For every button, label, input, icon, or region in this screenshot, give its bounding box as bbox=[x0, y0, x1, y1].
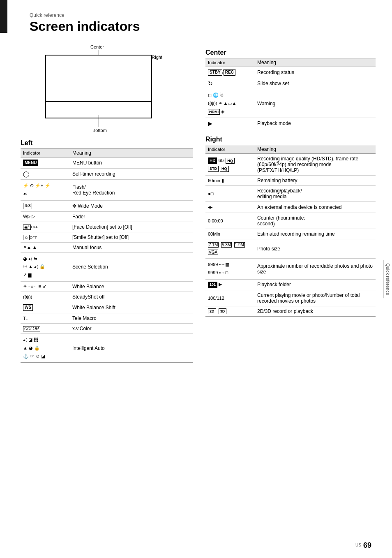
indicator-flash: ⚡ ⊙ ⚡+ ⚡–☙ bbox=[21, 180, 70, 201]
indicator-white-balance: ☀ -☼- ◾↙ bbox=[21, 281, 70, 292]
right-table: Indicator Meaning HD 60i HQ STD HQ Recor… bbox=[205, 145, 376, 317]
indicator-playback-mode: ▶ bbox=[205, 118, 255, 129]
indicator-external-media: ↞ bbox=[205, 202, 255, 213]
black-bar bbox=[0, 0, 7, 33]
table-row: ☀ -☼- ◾↙ White Balance bbox=[21, 281, 193, 292]
table-row: ☺OFF [Smile Shutter] set to [Off] bbox=[21, 232, 193, 242]
page-number: 69 bbox=[363, 541, 371, 550]
indicator-media: ●□ bbox=[205, 186, 255, 202]
table-row: ⚭▲ ▲ Manual focus bbox=[21, 242, 193, 252]
screen-diagram: Center Left Right Bottom bbox=[21, 42, 177, 133]
diagram-label-center: Center bbox=[90, 44, 104, 49]
center-section-title: Center bbox=[205, 49, 376, 56]
page-title: Screen indicators bbox=[30, 19, 376, 34]
indicator-warning: ◻ 🌐 ☃ ((ψ)) ⚭ ▲▭▲ HDMI ◈ bbox=[205, 89, 255, 118]
left-col-meaning: Meaning bbox=[70, 149, 193, 157]
table-row: MENU MENU button bbox=[21, 157, 193, 169]
table-row: ((ψ)) SteadyShot off bbox=[21, 292, 193, 302]
center-col-indicator: Indicator bbox=[205, 58, 255, 67]
right-column: Center Indicator Meaning STBY/REC Record… bbox=[205, 42, 376, 322]
diagram-screen bbox=[45, 55, 152, 118]
table-row: W▷ ▷ Fader bbox=[21, 211, 193, 222]
indicator-playback-folder: 101 ▶ bbox=[205, 279, 255, 290]
diagram-label-bottom: Bottom bbox=[92, 128, 107, 133]
table-row: 7.1M 5.3M 1.9M VGA Photo size bbox=[205, 239, 376, 259]
right-col-indicator: Indicator bbox=[205, 145, 255, 154]
indicator-face-detect: ◉1OFF bbox=[21, 222, 70, 232]
table-row: 4:3 ✥ Wide Mode bbox=[21, 200, 193, 211]
table-row: T↓ Tele Macro bbox=[21, 313, 193, 323]
left-table: Indicator Meaning MENU MENU button ◯ Sel… bbox=[21, 148, 193, 363]
indicator-scene: ◕ ▴〈 ≒☉ ▲ ▴〈 🔒↗ ▆ bbox=[21, 252, 70, 281]
table-row: 60min ▮ Remaining battery bbox=[205, 176, 376, 186]
table-row: ⚡ ⊙ ⚡+ ⚡–☙ Flash/Red Eye Reduction bbox=[21, 180, 193, 201]
right-col-meaning: Meaning bbox=[255, 145, 376, 154]
indicator-tele-macro: T↓ bbox=[21, 313, 70, 323]
indicator-smile-shutter: ☺OFF bbox=[21, 232, 70, 242]
indicator-stby-rec: STBY/REC bbox=[205, 67, 255, 78]
indicator-slideshow: ↻ bbox=[205, 78, 255, 89]
table-row: ◉1OFF [Face Detection] set to [Off] bbox=[21, 222, 193, 232]
indicator-2d-3d: 2D 3D bbox=[205, 306, 255, 317]
indicator-wb-shift: WS bbox=[21, 302, 70, 313]
indicator-steadyshot: ((ψ)) bbox=[21, 292, 70, 302]
table-row: WS White Balance Shift bbox=[21, 302, 193, 313]
diagram-label-right: Right bbox=[152, 55, 162, 60]
table-row: STBY/REC Recording status bbox=[205, 67, 376, 78]
table-row: ↻ Slide show set bbox=[205, 78, 376, 89]
indicator-timer: ◯ bbox=[21, 169, 70, 180]
indicator-xvcolor: COLOR bbox=[21, 323, 70, 333]
table-row: HD 60i HQ STD HQ Recording image quality… bbox=[205, 154, 376, 176]
table-row: ◯ Self-timer recording bbox=[21, 169, 193, 180]
left-column: Center Left Right Bottom Left Indicator bbox=[21, 42, 193, 368]
indicator-menu: MENU bbox=[21, 157, 70, 169]
table-row: ●□ Recording/playback/editing media bbox=[205, 186, 376, 202]
table-row: ▴〈 ◪ 🖼▲ ◕ 🔒⚓ ☞ ☺ ◪ Intelligent Auto bbox=[21, 333, 193, 362]
side-tab: Quick reference bbox=[383, 260, 392, 299]
indicator-recordable-photos: 9999 ▪→▩ 9999 ▪→□ bbox=[205, 259, 255, 280]
center-table: Indicator Meaning STBY/REC Recording sta… bbox=[205, 58, 376, 129]
table-row: 00Min Estimated recording remaining time bbox=[205, 229, 376, 239]
left-col-indicator: Indicator bbox=[21, 149, 70, 157]
indicator-remaining-time: 00Min bbox=[205, 229, 255, 239]
diagram-line-bottom bbox=[99, 115, 99, 127]
indicator-manual-focus: ⚭▲ ▲ bbox=[21, 242, 70, 252]
indicator-battery: 60min ▮ bbox=[205, 176, 255, 186]
page-number-label: US bbox=[355, 543, 361, 547]
table-row: ◻ 🌐 ☃ ((ψ)) ⚭ ▲▭▲ HDMI ◈ Warning bbox=[205, 89, 376, 118]
table-row: 101 ▶ Playback folder bbox=[205, 279, 376, 290]
right-section-title: Right bbox=[205, 136, 376, 143]
table-row: 0:00:00 Counter (hour:minute:second) bbox=[205, 213, 376, 229]
center-col-meaning: Meaning bbox=[255, 58, 376, 67]
indicator-recording-quality: HD 60i HQ STD HQ bbox=[205, 154, 255, 176]
table-row: ↞ An external media device is connected bbox=[205, 202, 376, 213]
section-label: Quick reference bbox=[30, 12, 376, 18]
table-row: COLOR x.v.Color bbox=[21, 323, 193, 333]
table-row: ▶ Playback mode bbox=[205, 118, 376, 129]
page: Quick reference Screen indicators Center… bbox=[0, 0, 392, 558]
indicator-widemode: 4:3 bbox=[21, 200, 70, 211]
table-row: 9999 ▪→▩ 9999 ▪→□ Approximate number of … bbox=[205, 259, 376, 280]
indicator-current-playing: 100/112 bbox=[205, 290, 255, 306]
table-row: 100/112 Current playing movie or photo/N… bbox=[205, 290, 376, 306]
left-section-title: Left bbox=[21, 139, 193, 147]
indicator-intelligent-auto: ▴〈 ◪ 🖼▲ ◕ 🔒⚓ ☞ ☺ ◪ bbox=[21, 333, 70, 362]
indicator-fader: W▷ ▷ bbox=[21, 211, 70, 222]
table-row: ◕ ▴〈 ≒☉ ▲ ▴〈 🔒↗ ▆ Scene Selection bbox=[21, 252, 193, 281]
indicator-counter: 0:00:00 bbox=[205, 213, 255, 229]
indicator-photo-size: 7.1M 5.3M 1.9M VGA bbox=[205, 239, 255, 259]
table-row: 2D 3D 2D/3D record or playback bbox=[205, 306, 376, 317]
